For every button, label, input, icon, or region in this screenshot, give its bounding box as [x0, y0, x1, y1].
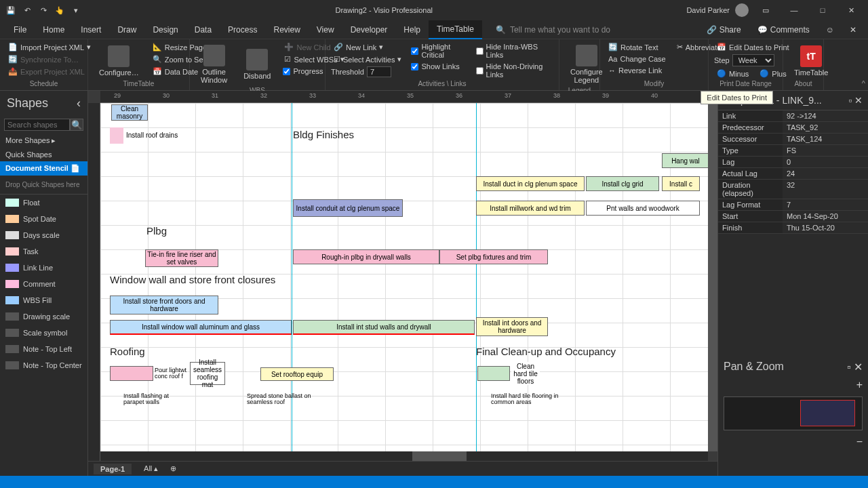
qat-dropdown-icon[interactable]: ▾	[71, 5, 81, 16]
shapedata-row[interactable]: SuccessorTASK_124	[718, 134, 868, 145]
share-button[interactable]: 🔗 Share	[700, 22, 748, 37]
ribbon-display-icon[interactable]: ▭	[754, 0, 777, 20]
redo-icon[interactable]: ↷	[38, 5, 49, 16]
reverse-link-button[interactable]: ↔ Reverse Link	[606, 66, 669, 75]
close-button[interactable]: ✕	[840, 0, 863, 20]
task-int-stud[interactable]: Install int stud walls and drywall	[293, 320, 475, 335]
task-tiein[interactable]: Tie-in fire line riser and set valves	[145, 249, 218, 267]
threshold-input[interactable]	[367, 66, 391, 77]
user-name[interactable]: David Parker	[686, 6, 730, 14]
task-pink-blank[interactable]	[110, 366, 153, 381]
ribbon-close-button[interactable]: ✕	[844, 25, 863, 35]
maximize-button[interactable]: □	[811, 0, 834, 20]
tab-review[interactable]: Review	[265, 20, 308, 39]
task-green-blank[interactable]	[477, 366, 510, 381]
comments-button[interactable]: 💬 Comments	[751, 22, 816, 37]
task-clg-grid[interactable]: Install clg grid	[586, 176, 659, 191]
tab-draw[interactable]: Draw	[109, 20, 144, 39]
shape-spot-date[interactable]: Spot Date	[0, 211, 87, 227]
import-xml-button[interactable]: 📄 Import Project XML ▾	[5, 42, 94, 52]
tab-insert[interactable]: Insert	[73, 20, 109, 39]
zoom-out-icon[interactable]: −	[856, 436, 863, 447]
collapse-ribbon-icon[interactable]: ^	[862, 79, 865, 87]
task-rooftop[interactable]: Set rooftop equip	[260, 367, 334, 381]
tab-process[interactable]: Process	[220, 20, 265, 39]
document-stencil[interactable]: Document Stencil 📄	[0, 161, 87, 176]
task-storefront[interactable]: Install store front doors and hardware	[110, 296, 218, 314]
shapedata-row[interactable]: TypeFS	[718, 145, 868, 157]
task-blank1[interactable]	[110, 127, 123, 144]
hide-nondriving-checkbox[interactable]: Hide Non-Driving Links	[475, 62, 553, 79]
shape-note-tl[interactable]: Note - Top Left	[0, 341, 87, 357]
select-activities-button[interactable]: ☑ Select Activities ▾	[331, 54, 404, 64]
shapedata-row[interactable]: Lag0	[718, 157, 868, 168]
shape-scale-symbol[interactable]: Scale symbol	[0, 325, 87, 341]
task-int-doors[interactable]: Install int doors and hardware	[476, 317, 548, 336]
shape-drawing-scale[interactable]: Drawing scale	[0, 308, 87, 325]
disband-button[interactable]: Disband	[238, 42, 276, 87]
hide-intra-checkbox[interactable]: Hide Intra-WBS Links	[475, 42, 553, 60]
tellme-text[interactable]: Tell me what you want to do	[510, 25, 610, 35]
zoom-in-icon[interactable]: +	[856, 379, 863, 390]
task-conduit[interactable]: Install conduit at clg plenum space	[293, 199, 403, 217]
task-millwork[interactable]: Install millwork and wd trim	[476, 201, 585, 216]
task-window-alum[interactable]: Install window wall aluminum and glass	[110, 320, 292, 335]
shapedata-row[interactable]: StartMon 14-Sep-20	[718, 211, 868, 222]
tab-design[interactable]: Design	[144, 20, 186, 39]
task-clean-masonry[interactable]: Clean masonry	[111, 104, 148, 121]
task-install-c[interactable]: Install c	[662, 176, 700, 191]
tab-help[interactable]: Help	[395, 20, 429, 39]
scrollbar-horizontal[interactable]	[100, 451, 708, 461]
tab-developer[interactable]: Developer	[342, 20, 396, 39]
minimize-button[interactable]: —	[783, 0, 806, 20]
task-seamless[interactable]: Install seamless roofing mat	[190, 362, 225, 385]
shapedata-row[interactable]: FinishThu 15-Oct-20	[718, 222, 868, 234]
shapedata-row[interactable]: Actual Lag24	[718, 168, 868, 180]
shapedata-row[interactable]: PredecessorTASK_92	[718, 122, 868, 134]
feedback-icon[interactable]: ☺	[819, 22, 841, 37]
tab-data[interactable]: Data	[186, 20, 220, 39]
shape-wbs-fill[interactable]: WBS Fill	[0, 292, 87, 308]
undo-icon[interactable]: ↶	[22, 5, 33, 16]
configure-button[interactable]: Configure…	[94, 42, 144, 80]
task-roughin[interactable]: Rough-in plbg in drywall walls	[293, 249, 439, 264]
shape-float[interactable]: Float	[0, 195, 87, 211]
task-hang-wal[interactable]: Hang wal	[662, 153, 709, 168]
tab-timetable[interactable]: TimeTable	[429, 20, 482, 39]
search-button[interactable]: 🔍	[70, 119, 83, 131]
tab-view[interactable]: View	[309, 20, 342, 39]
shape-days-scale[interactable]: Days scale	[0, 227, 87, 243]
shapedata-row[interactable]: Lag Format7	[718, 199, 868, 211]
shapes-collapse-icon[interactable]: ‹	[77, 96, 81, 110]
task-pnt-walls[interactable]: Pnt walls and woodwork	[586, 201, 700, 216]
task-setplbg[interactable]: Set plbg fixtures and trim	[439, 249, 548, 264]
new-link-button[interactable]: 🔗 New Link ▾	[331, 42, 404, 52]
change-case-button[interactable]: Aa Change Case	[606, 54, 669, 64]
add-page-button[interactable]: ⊕	[170, 464, 176, 473]
panzoom-minimap[interactable]	[724, 396, 863, 430]
shape-comment[interactable]: Comment	[0, 276, 87, 292]
shape-task[interactable]: Task	[0, 243, 87, 260]
shape-link-line[interactable]: Link Line	[0, 260, 87, 276]
minus-button[interactable]: 🔵 Minus	[714, 68, 751, 79]
panzoom-pin-icon[interactable]: ▫	[847, 361, 851, 373]
drawing-canvas[interactable]: Clean masonry Install roof drains Bldg F…	[100, 103, 708, 451]
shapedata-row[interactable]: Link92 ->124	[718, 110, 868, 122]
touch-icon[interactable]: 👆	[54, 5, 65, 16]
shapedata-pin-icon[interactable]: ▫	[848, 95, 852, 106]
edit-dates-button[interactable]: 📅 Edit Dates to Print	[714, 42, 792, 52]
task-duct-plenum[interactable]: Install duct in clg plenum space	[476, 176, 585, 191]
quick-shapes[interactable]: Quick Shapes	[0, 148, 87, 161]
more-shapes[interactable]: More Shapes ▸	[0, 134, 87, 148]
step-select[interactable]: Week	[732, 54, 774, 66]
shape-note-tc[interactable]: Note - Top Center	[0, 357, 87, 373]
panzoom-close-icon[interactable]: ✕	[854, 361, 863, 373]
scrollbar-vertical[interactable]	[708, 103, 717, 451]
shapedata-close-icon[interactable]: ✕	[854, 95, 863, 106]
page-tab-1[interactable]: Page-1	[94, 464, 132, 474]
tab-home[interactable]: Home	[35, 20, 73, 39]
show-links-checkbox[interactable]: Show Links	[410, 62, 469, 71]
drop-zone[interactable]: Drop Quick Shapes here	[0, 176, 87, 195]
shapedata-row[interactable]: Duration (elapsed)32	[718, 180, 868, 199]
avatar[interactable]	[735, 3, 749, 17]
